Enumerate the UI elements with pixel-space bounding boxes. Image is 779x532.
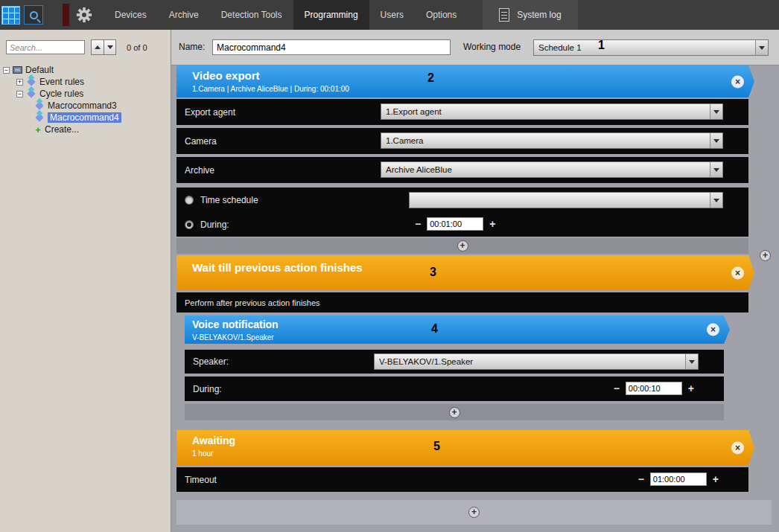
search-counter: 0 of 0 <box>127 43 147 52</box>
perform-label: Perform after previous action finishes <box>185 298 320 307</box>
chevron-down-icon[interactable] <box>710 133 722 148</box>
selected-value: 1.Camera <box>386 136 424 145</box>
name-label: Name: <box>179 42 205 52</box>
macro-name-input[interactable] <box>212 39 451 55</box>
tree-item-cycle-rules[interactable]: − Cycle rules <box>0 88 171 100</box>
selected-value: 1.Export agent <box>386 107 442 116</box>
chevron-up-icon <box>95 45 101 49</box>
search-nav <box>91 39 116 55</box>
tree-item-label: Event rules <box>39 77 84 87</box>
timeout-input[interactable] <box>650 472 707 486</box>
tree-item-macrocommand3[interactable]: Macrocommand3 <box>0 100 171 112</box>
rules-icon <box>27 77 35 86</box>
minus-button[interactable]: − <box>415 219 421 229</box>
annotation-3: 3 <box>430 266 436 279</box>
voice-during-stepper: − + <box>614 382 694 395</box>
search-prev-button[interactable] <box>92 40 104 54</box>
voice-during-input[interactable] <box>626 382 682 395</box>
camera-select[interactable]: 1.Camera <box>381 132 723 149</box>
search-next-button[interactable] <box>104 40 115 54</box>
macro-name-strip: Name: Working mode Schedule 1 <box>171 30 779 65</box>
tab-users[interactable]: Users <box>369 0 415 30</box>
archive-row: Archive Archive AliceBlue <box>177 157 748 183</box>
chevron-down-icon <box>107 45 113 49</box>
during-input[interactable] <box>427 217 483 231</box>
block-subtitle: V-BELYAKOV/1.Speaker <box>192 333 730 342</box>
alarm-indicator <box>63 4 69 26</box>
search-panel-button[interactable] <box>24 5 43 25</box>
speaker-select[interactable]: V-BELYAKOV/1.Speaker <box>374 353 699 370</box>
tree-item-event-rules[interactable]: + Event rules <box>0 76 171 88</box>
annotation-5: 5 <box>433 440 440 453</box>
add-action-row: + <box>177 238 748 254</box>
close-button[interactable]: × <box>731 75 744 88</box>
chevron-down-icon[interactable] <box>710 162 722 177</box>
block-title: Wait till previous action finishes <box>192 261 754 274</box>
minus-button[interactable]: − <box>614 383 620 394</box>
time-schedule-label: Time schedule <box>200 195 258 205</box>
perform-row: Perform after previous action finishes <box>177 292 748 313</box>
during-label: During: <box>200 219 229 230</box>
annotation-4: 4 <box>431 322 438 336</box>
chevron-down-icon[interactable] <box>710 104 722 119</box>
plus-button[interactable]: + <box>688 383 694 394</box>
add-icon: + <box>34 124 42 135</box>
collapse-toggle[interactable]: − <box>16 91 23 97</box>
tree-search-row: 0 of 0 <box>0 30 171 60</box>
plus-button[interactable]: + <box>713 474 719 484</box>
main-tabs: Devices Archive Detection Tools Programm… <box>104 0 468 30</box>
add-block-side-button[interactable]: + <box>760 250 771 261</box>
app-grid-icon[interactable] <box>1 6 20 25</box>
tree-item-default[interactable]: − Default <box>0 64 171 76</box>
macro-editor: Name: Working mode Schedule 1 Video expo… <box>171 30 779 532</box>
computer-icon <box>13 66 22 74</box>
rules-icon <box>27 89 35 97</box>
chevron-down-icon[interactable] <box>685 354 698 369</box>
close-button[interactable]: × <box>707 324 719 336</box>
search-input[interactable] <box>6 40 85 54</box>
expand-toggle[interactable]: + <box>16 79 23 86</box>
export-agent-select[interactable]: 1.Export agent <box>381 103 723 120</box>
collapse-toggle[interactable]: − <box>3 67 10 74</box>
selected-value: Archive AliceBlue <box>386 165 452 174</box>
add-action-button[interactable]: + <box>457 240 468 251</box>
tree-item-label: Default <box>25 65 54 75</box>
add-action-button[interactable]: + <box>468 507 480 518</box>
time-schedule-radio[interactable] <box>185 196 194 205</box>
time-schedule-select[interactable] <box>409 192 723 208</box>
tab-archive[interactable]: Archive <box>158 0 210 30</box>
top-bar: Devices Archive Detection Tools Programm… <box>0 0 779 30</box>
plus-button[interactable]: + <box>489 219 495 229</box>
chevron-down-icon[interactable] <box>755 40 768 55</box>
during-radio[interactable] <box>185 220 194 229</box>
tree-item-label: Create... <box>45 124 79 135</box>
annotation-2: 2 <box>427 71 434 85</box>
archive-select[interactable]: Archive AliceBlue <box>381 161 723 178</box>
close-button[interactable]: × <box>731 266 744 279</box>
duration-options-row: Time schedule During: − + <box>177 188 748 237</box>
tab-devices[interactable]: Devices <box>104 0 158 30</box>
tree-item-macrocommand4[interactable]: Macrocommand4 <box>0 112 171 124</box>
add-action-row: + <box>185 404 724 420</box>
tab-detection-tools[interactable]: Detection Tools <box>210 0 293 30</box>
add-action-bottom-row: + <box>177 500 772 525</box>
field-label: Export agent <box>185 107 235 118</box>
working-mode-select[interactable]: Schedule 1 <box>533 39 769 56</box>
add-action-button[interactable]: + <box>449 407 460 418</box>
awaiting-header: Awaiting 1 hour × <box>177 430 754 465</box>
close-button[interactable]: × <box>731 441 744 454</box>
system-log-button[interactable]: System log <box>483 0 577 30</box>
tab-programming[interactable]: Programming <box>293 0 369 30</box>
field-label: Timeout <box>185 475 217 485</box>
field-label: Speaker: <box>193 356 229 367</box>
minus-button[interactable]: − <box>638 474 644 484</box>
tab-options[interactable]: Options <box>415 0 468 30</box>
export-agent-row: Export agent 1.Export agent <box>177 99 748 125</box>
block-title: Voice notification <box>192 318 730 330</box>
macro-icon <box>35 101 43 109</box>
chevron-down-icon[interactable] <box>710 193 722 208</box>
settings-button[interactable] <box>75 6 93 24</box>
timeout-row: Timeout − + <box>177 467 748 492</box>
tree-item-create[interactable]: + Create... <box>0 124 171 135</box>
selected-value: V-BELYAKOV/1.Speaker <box>379 357 473 366</box>
